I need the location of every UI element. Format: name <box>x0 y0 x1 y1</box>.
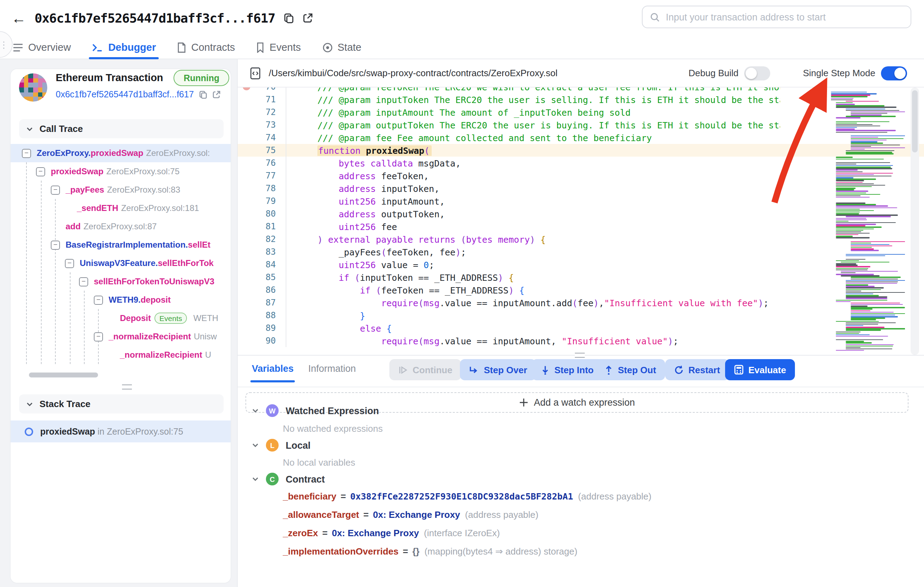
call-trace-row[interactable]: _normalizeRecipientU <box>11 346 231 364</box>
call-trace-header[interactable]: Call Trace <box>19 119 224 138</box>
copy-icon[interactable] <box>199 90 207 99</box>
call-trace-row[interactable]: −BaseRegistrarImplementation.sellEt <box>11 236 231 254</box>
call-trace-row[interactable]: addZeroExProxy.sol:87 <box>11 217 231 236</box>
continue-button[interactable]: Continue <box>389 359 462 380</box>
equals-sign: = <box>337 491 350 502</box>
status-badge: Running <box>174 70 229 86</box>
line-number[interactable]: 78 <box>238 182 286 195</box>
back-icon[interactable]: ← <box>11 10 26 25</box>
tab-variables[interactable]: Variables <box>252 363 294 374</box>
trace-label: ZeroExProxy.sol:75 <box>106 167 180 176</box>
breakpoint-icon[interactable] <box>243 88 251 90</box>
restart-button[interactable]: Restart <box>665 359 729 380</box>
step-into-button[interactable]: Step Into <box>532 359 603 380</box>
line-number[interactable]: 81 <box>238 220 286 233</box>
line-number[interactable]: 73 <box>238 119 286 131</box>
tab-state[interactable]: State <box>322 35 361 59</box>
variable-name: _allowanceTarget <box>283 509 359 520</box>
line-number[interactable]: 83 <box>238 246 286 258</box>
tab-contracts[interactable]: Contracts <box>177 35 235 59</box>
debugger-panel: /Users/kimbui/Code/src/swap-proxy-contra… <box>237 59 924 587</box>
trace-label: WETH <box>193 313 218 323</box>
line-number[interactable]: 71 <box>238 93 286 106</box>
call-trace-row[interactable]: −_payFeesZeroExProxy.sol:83 <box>11 180 231 199</box>
call-trace-row[interactable]: DepositEventsWETH <box>11 309 231 327</box>
line-number[interactable]: 74 <box>238 131 286 144</box>
trace-label: ZeroExProxy.sol:87 <box>84 222 157 231</box>
trace-label: sellEt <box>188 240 211 250</box>
horizontal-scrollbar[interactable] <box>29 372 98 377</box>
line-number[interactable]: 79 <box>238 195 286 207</box>
call-trace-row[interactable]: −WETH9.deposit <box>11 291 231 309</box>
tab-events[interactable]: Events <box>256 35 301 59</box>
line-number[interactable]: 82 <box>238 233 286 246</box>
tab-information[interactable]: Information <box>308 363 356 374</box>
step-over-button[interactable]: Step Over <box>460 359 536 380</box>
copy-icon[interactable] <box>284 12 294 23</box>
line-number[interactable]: 70 <box>238 88 286 93</box>
single-step-mode-toggle[interactable] <box>881 66 907 80</box>
call-trace-row[interactable]: −UniswapV3Feature.sellEthForTok <box>11 254 231 272</box>
external-link-icon[interactable] <box>212 90 221 99</box>
collapse-icon[interactable]: − <box>36 167 45 176</box>
evaluate-button[interactable]: Evaluate <box>725 359 795 380</box>
line-number[interactable]: 88 <box>238 309 286 322</box>
line-number[interactable]: 76 <box>238 157 286 169</box>
collapse-icon[interactable]: − <box>51 185 60 194</box>
code-line: 78 address inputToken, <box>238 182 924 195</box>
trace-label: _sendETH <box>77 203 118 213</box>
variable-value: 0x: Exchange Proxy <box>373 509 460 520</box>
chevron-down-icon <box>252 407 259 414</box>
resize-handle[interactable] <box>122 385 132 389</box>
code-file-icon <box>249 67 262 79</box>
section-contract[interactable]: CContract <box>252 473 325 485</box>
resize-handle[interactable] <box>575 353 585 358</box>
code-line: 81 uint256 fee <box>238 220 924 233</box>
collapse-icon[interactable]: − <box>51 240 60 250</box>
section-local[interactable]: LLocal <box>252 439 311 451</box>
code-line: 77 address feeToken, <box>238 169 924 182</box>
step-out-button[interactable]: Step Out <box>595 359 665 380</box>
line-number[interactable]: 84 <box>238 258 286 271</box>
line-number[interactable]: 87 <box>238 296 286 309</box>
call-trace-row[interactable]: −sellEthForTokenToUniswapV3 <box>11 272 231 291</box>
line-number[interactable]: 80 <box>238 207 286 220</box>
tab-debugger[interactable]: Debugger <box>92 35 156 59</box>
stack-frame-row[interactable]: proxiedSwap in ZeroExProxy.sol:75 <box>11 420 231 442</box>
code-line: 89 else { <box>238 322 924 334</box>
search-input[interactable]: Input your transaction address to start <box>642 6 911 28</box>
vertical-scrollbar[interactable] <box>911 88 919 355</box>
transaction-hash-link[interactable]: 0x6c1fb7ef5265447d1baff3cf...f617 <box>56 89 194 99</box>
line-number[interactable]: 77 <box>238 169 286 182</box>
code-minimap[interactable] <box>829 92 905 351</box>
trace-label: WETH9. <box>109 295 141 305</box>
external-link-icon[interactable] <box>303 12 313 23</box>
debug-build-toggle[interactable] <box>744 66 770 80</box>
collapse-icon[interactable]: − <box>94 295 103 304</box>
collapse-icon[interactable]: − <box>65 259 74 268</box>
variable-type: (address payable) <box>465 509 538 520</box>
call-trace-row[interactable]: −ZeroExProxy.proxiedSwapZeroExProxy.sol: <box>11 144 231 162</box>
call-trace-row[interactable]: −proxiedSwapZeroExProxy.sol:75 <box>11 162 231 180</box>
section-watched-expression[interactable]: WWatched Expression <box>252 404 379 417</box>
line-number[interactable]: 72 <box>238 106 286 119</box>
trace-label: proxiedSwap <box>91 148 143 158</box>
line-number[interactable]: 85 <box>238 271 286 284</box>
stack-trace-header[interactable]: Stack Trace <box>19 394 224 413</box>
line-number[interactable]: 90 <box>238 334 286 347</box>
call-trace-row[interactable]: −_normalizeRecipientUnisw <box>11 327 231 346</box>
chevron-down-icon <box>26 400 33 407</box>
empty-state-text: No local variables <box>283 457 355 468</box>
line-number[interactable]: 75 <box>238 144 286 157</box>
collapse-icon[interactable]: − <box>79 277 88 286</box>
line-number[interactable]: 86 <box>238 284 286 296</box>
call-trace-title: Call Trace <box>40 124 83 134</box>
tab-overview[interactable]: Overview <box>13 35 71 59</box>
collapse-icon[interactable]: − <box>94 332 103 341</box>
empty-state-text: No watched expressions <box>283 423 383 434</box>
search-placeholder: Input your transaction address to start <box>666 12 826 22</box>
call-trace-row[interactable]: _sendETHZeroExProxy.sol:181 <box>11 199 231 217</box>
variable-type: (address payable) <box>578 491 652 502</box>
line-number[interactable]: 89 <box>238 322 286 334</box>
collapse-icon[interactable]: − <box>22 149 31 158</box>
